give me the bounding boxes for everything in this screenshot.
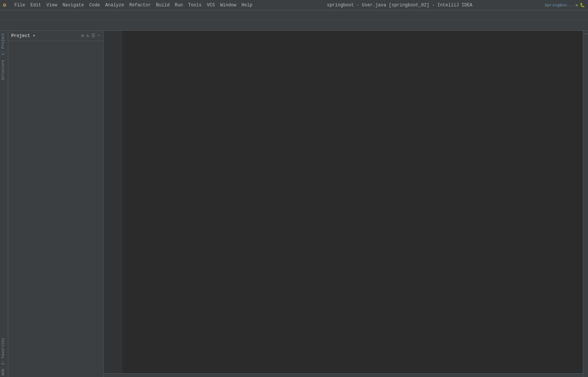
- menu-items[interactable]: FileEditViewNavigateCodeAnalyzeRefactorB…: [12, 2, 254, 9]
- menu-analyze[interactable]: Analyze: [103, 2, 126, 9]
- debug-button[interactable]: 🐛: [580, 3, 585, 7]
- menu-build[interactable]: Build: [154, 2, 172, 9]
- favorites-tab[interactable]: 2: Favorites: [0, 336, 8, 367]
- web-tab[interactable]: Web: [0, 367, 8, 377]
- run-config[interactable]: SpringBoo... ▶ 🐛: [545, 3, 585, 7]
- project-toolbar: ⚙ ⇅ ☰ —: [81, 33, 100, 39]
- project-header: Project ▾ ⚙ ⇅ ☰ —: [8, 31, 103, 41]
- menu-view[interactable]: View: [44, 2, 59, 9]
- horizontal-scrollbar[interactable]: [104, 373, 583, 377]
- vertical-tabs: 1: Project Structure 2: Favorites Web: [0, 31, 8, 377]
- title-bar: ⚙ FileEditViewNavigateCodeAnalyzeRefacto…: [0, 0, 588, 10]
- menu-run[interactable]: Run: [172, 2, 185, 9]
- project-tab[interactable]: 1: Project: [0, 31, 8, 58]
- menu-file[interactable]: File: [12, 2, 27, 9]
- minimize-icon[interactable]: —: [98, 33, 100, 39]
- menu-bar: ⚙: [3, 2, 7, 8]
- menu-navigate[interactable]: Navigate: [60, 2, 86, 9]
- run-config-label: SpringBoo...: [545, 3, 574, 7]
- code-content[interactable]: [122, 31, 583, 373]
- menu-window[interactable]: Window: [218, 2, 239, 9]
- menu-vcs[interactable]: VCS: [205, 2, 217, 9]
- project-panel-title: Project ▾: [11, 33, 36, 39]
- window-title: springboot - User.java [springboot_02] -…: [259, 3, 540, 8]
- line-numbers: [104, 31, 122, 373]
- menu-help[interactable]: Help: [239, 2, 255, 9]
- menu-refactor[interactable]: Refactor: [127, 2, 153, 9]
- menu-code[interactable]: Code: [87, 2, 102, 9]
- project-panel: Project ▾ ⚙ ⇅ ☰ —: [8, 31, 104, 377]
- structure-tab[interactable]: Structure: [0, 58, 8, 82]
- settings-icon[interactable]: ⚙: [81, 33, 84, 39]
- run-button[interactable]: ▶: [576, 3, 578, 7]
- app-icon: ⚙: [3, 2, 6, 8]
- tab-bar: [0, 20, 588, 31]
- code-editor[interactable]: [104, 31, 583, 377]
- gear-icon[interactable]: ☰: [91, 33, 95, 39]
- sort-icon[interactable]: ⇅: [86, 33, 89, 39]
- project-tree: [8, 41, 103, 377]
- right-sidebar: │: [583, 31, 588, 377]
- menu-tools[interactable]: Tools: [186, 2, 204, 9]
- breadcrumb-bar: [0, 10, 588, 20]
- right-panel-indicator: │: [584, 33, 588, 35]
- menu-edit[interactable]: Edit: [28, 2, 43, 9]
- code-area[interactable]: [104, 31, 583, 373]
